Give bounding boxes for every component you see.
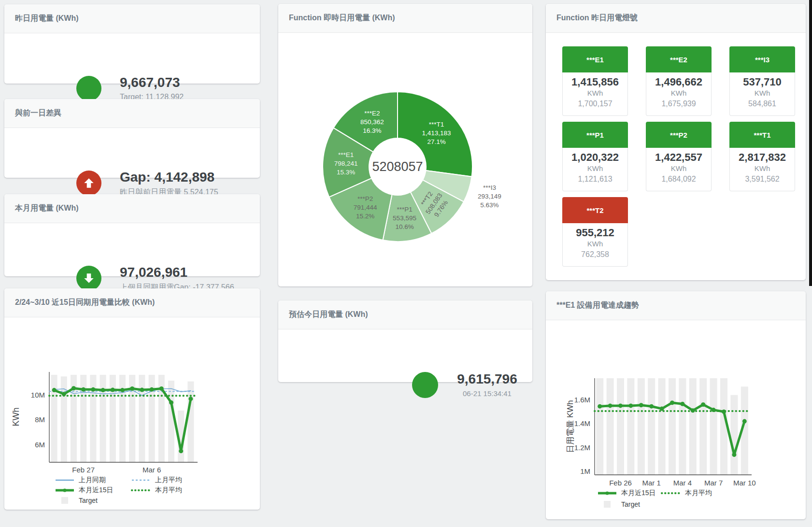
light-tile-value: 1,415,856	[563, 76, 627, 88]
status-circle-icon	[76, 76, 101, 101]
light-tile-target: 3,591,562	[730, 175, 795, 184]
light-tile-e1[interactable]: ***E11,415,856KWh1,700,157	[562, 46, 628, 116]
legend-swatch-box-icon	[597, 501, 617, 508]
y-tick: 1M	[580, 467, 590, 475]
legend-item[interactable]: 上月平均	[131, 476, 207, 484]
energy-dashboard: 昨日用電量 (KWh) 9,667,073 Target: 11,128,992…	[0, 0, 812, 527]
x-tick: Feb 27	[72, 466, 95, 474]
legend-item[interactable]: Target	[597, 500, 661, 508]
legend-item[interactable]: 本月平均	[131, 486, 207, 495]
series-point	[91, 387, 95, 392]
target-bar	[119, 375, 126, 462]
series-point	[120, 388, 125, 392]
light-tile-p2[interactable]: ***P21,422,557KWh1,684,092	[646, 122, 712, 192]
y-tick: 1.6M	[574, 396, 590, 404]
series-point	[732, 453, 736, 457]
series-point	[140, 388, 144, 392]
light-tile-unit: KWh	[730, 164, 795, 172]
series-point	[649, 404, 654, 409]
card-title: 昨日用電量 (KWh)	[4, 4, 260, 33]
yesterday-value: 9,667,073	[120, 75, 184, 90]
legend-swatch-dots-icon	[661, 490, 681, 497]
target-bar	[100, 375, 106, 462]
series-point	[111, 388, 115, 392]
legend-swatch-line-icon	[55, 477, 75, 484]
target-bar	[168, 381, 174, 462]
realtime-donut-chart[interactable]: ***T11,413,18327.1%***I3293,1495.63%***T…	[278, 4, 532, 286]
light-tile-unit: KWh	[646, 164, 711, 172]
series-point	[62, 392, 66, 396]
series-point	[618, 403, 623, 408]
estimate-value: 9,615,796	[445, 372, 529, 387]
series-point	[188, 397, 193, 401]
y-tick: 6M	[35, 441, 45, 449]
series-point	[608, 403, 613, 408]
legend-label: Target	[79, 497, 98, 504]
target-bar	[638, 378, 645, 475]
target-bar	[648, 378, 655, 475]
light-tile-e2[interactable]: ***E21,496,662KWh1,675,939	[646, 46, 712, 116]
series-point	[701, 402, 705, 407]
card-yesterday-usage: 昨日用電量 (KWh) 9,667,073 Target: 11,128,992	[4, 4, 260, 84]
series-point	[179, 449, 183, 453]
x-tick: Mar 4	[673, 479, 692, 487]
target-bar	[658, 378, 666, 475]
series-point	[130, 386, 134, 391]
series-point	[81, 387, 85, 392]
card-title: 預估今日用電量 (KWh)	[278, 300, 532, 329]
target-bar	[669, 378, 676, 475]
light-tile-name: ***P1	[562, 122, 628, 148]
series-point	[722, 410, 726, 414]
target-bar	[51, 375, 57, 462]
series-point	[639, 403, 643, 407]
light-tile-unit: KWh	[563, 89, 627, 97]
legend-item[interactable]: Target	[55, 497, 131, 504]
gap-value: Gap: 4,142,898	[120, 170, 218, 185]
light-tile-name: ***T1	[729, 122, 795, 148]
legend-swatch-thick-icon	[597, 490, 617, 497]
card-title: 本月用電量 (KWh)	[4, 194, 260, 223]
light-tile-target: 762,358	[563, 250, 627, 259]
card-title: 與前一日差異	[4, 99, 260, 128]
light-tile-t1[interactable]: ***T12,817,832KWh3,591,562	[729, 122, 795, 192]
light-tile-unit: KWh	[646, 89, 711, 97]
y-tick: 1.2M	[574, 443, 590, 452]
legend-label: 上月同期	[79, 476, 106, 484]
legend-label: 本月近15日	[621, 489, 656, 498]
x-tick: Mar 10	[733, 479, 756, 487]
series-point	[159, 386, 164, 391]
light-tile-t2[interactable]: ***T2955,212KWh762,358	[562, 197, 628, 267]
legend-label: 本月平均	[155, 486, 182, 495]
series-point	[169, 400, 173, 405]
light-tile-value: 1,496,662	[646, 76, 711, 88]
e1-trend-line-chart[interactable]: 1M1.2M1.4M1.6MFeb 26Mar 1Mar 4Mar 7Mar 1…	[546, 291, 806, 519]
legend-swatch-dots-icon	[131, 487, 151, 494]
target-bar	[187, 382, 194, 462]
target-bar	[689, 378, 697, 475]
legend-item[interactable]: 上月同期	[55, 476, 131, 484]
legend-item[interactable]: 本月近15日	[55, 486, 131, 495]
card-title: Function 昨日用電燈號	[546, 4, 806, 33]
light-tile-name: ***P2	[646, 122, 712, 148]
legend-item[interactable]: 本月近15日	[597, 489, 661, 498]
legend-swatch-box-icon	[55, 497, 75, 504]
light-tile-i3[interactable]: ***I3537,710KWh584,861	[729, 46, 795, 116]
legend-item[interactable]: 本月平均	[661, 489, 725, 498]
arrow-down-icon	[76, 266, 101, 291]
status-circle-icon	[412, 372, 438, 398]
target-bar	[710, 378, 717, 475]
target-bar	[730, 395, 738, 475]
card-status-lights: Function 昨日用電燈號 ***E11,415,856KWh1,700,1…	[546, 4, 806, 280]
series-point	[101, 388, 105, 392]
e1-chart-legend: 本月近15日本月平均Target	[597, 487, 725, 510]
light-tile-name: ***I3	[729, 46, 795, 72]
light-tile-target: 584,861	[730, 100, 795, 108]
light-tiles: ***E11,415,856KWh1,700,157***E21,496,662…	[562, 46, 795, 267]
series-point	[52, 388, 57, 392]
light-tile-p1[interactable]: ***P11,020,322KWh1,121,613	[562, 122, 628, 192]
screen-edge-strip	[809, 0, 812, 286]
x-tick: Mar 7	[704, 479, 723, 487]
card-prev-day-gap: 與前一日差異 Gap: 4,142,898 昨日與前日用電量 5,524,175	[4, 99, 260, 178]
light-tile-target: 1,700,157	[563, 100, 627, 108]
legend-label: Target	[621, 500, 640, 508]
